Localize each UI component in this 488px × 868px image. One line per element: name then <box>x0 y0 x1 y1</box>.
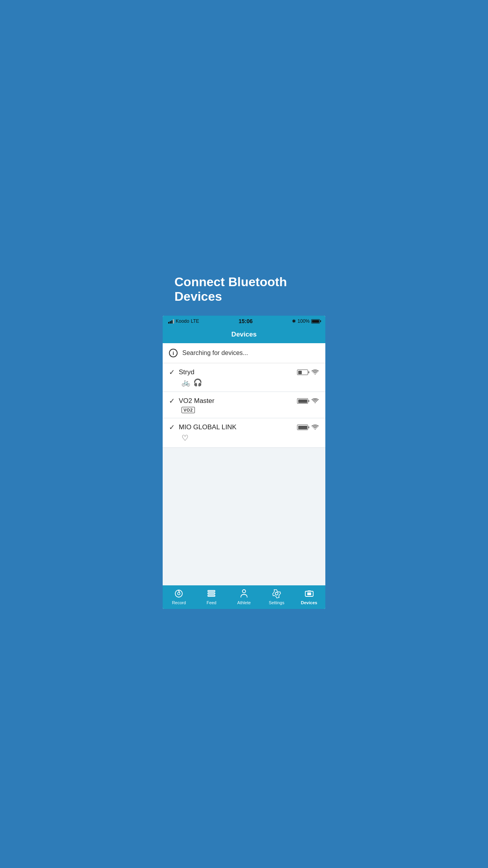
battery-percent: 100% <box>297 318 310 324</box>
tab-feed-label: Feed <box>207 600 216 605</box>
device-list: ✓ Stryd <box>163 363 325 448</box>
svg-point-7 <box>242 590 246 593</box>
device-left-mio: ✓ MIO GLOBAL LINK <box>169 423 237 432</box>
tab-bar: Record Feed Athlete <box>163 585 325 609</box>
svg-line-3 <box>179 591 180 592</box>
tab-record-label: Record <box>172 600 186 605</box>
status-right: ✱ 100% <box>292 318 320 324</box>
record-icon <box>174 588 184 599</box>
feed-icon <box>206 588 216 599</box>
heart-icon: ♡ <box>182 433 189 443</box>
svg-rect-11 <box>308 590 311 592</box>
search-status-text: Searching for devices... <box>182 349 248 357</box>
headphones-icon: 🎧 <box>193 378 202 387</box>
device-name-mio: MIO GLOBAL LINK <box>179 423 237 431</box>
search-status-row: i Searching for devices... <box>163 343 325 363</box>
bluetooth-icon: ✱ <box>292 318 296 324</box>
wifi-icon-vo2master <box>311 398 319 404</box>
content-area: i Searching for devices... ✓ Stryd <box>163 343 325 585</box>
tab-record[interactable]: Record <box>163 588 195 605</box>
device-item-mio[interactable]: ✓ MIO GLOBAL LINK <box>163 418 325 448</box>
carrier-label: Koodo <box>176 318 189 324</box>
device-left-stryd: ✓ Stryd <box>169 368 194 377</box>
tab-athlete-label: Athlete <box>237 600 251 605</box>
nav-header-title: Devices <box>231 331 257 338</box>
device-sub-icons-vo2master: VO2 <box>169 407 319 413</box>
nav-header: Devices <box>163 327 325 343</box>
battery-icon <box>311 319 320 324</box>
athlete-icon <box>239 588 249 599</box>
device-name-vo2master: VO2 Master <box>179 397 215 405</box>
tab-devices-label: Devices <box>301 600 317 605</box>
checkmark-stryd: ✓ <box>169 368 175 377</box>
wifi-icon-stryd <box>311 369 319 375</box>
info-icon: i <box>169 349 178 357</box>
checkmark-vo2master: ✓ <box>169 397 175 405</box>
status-bar: Koodo LTE 15:06 ✱ 100% <box>163 316 325 327</box>
tab-devices[interactable]: Devices <box>293 588 325 605</box>
outer-container: Connect Bluetooth Devices Koodo LTE 15:0… <box>163 259 325 609</box>
svg-rect-10 <box>307 592 311 595</box>
devices-icon <box>304 588 314 599</box>
device-right-stryd <box>297 369 319 375</box>
network-label: LTE <box>191 318 199 324</box>
phone-frame: Koodo LTE 15:06 ✱ 100% Devices i <box>163 316 325 609</box>
svg-point-2 <box>178 592 180 595</box>
tab-athlete[interactable]: Athlete <box>228 588 261 605</box>
bike-icon: 🚲 <box>182 378 190 387</box>
tab-feed[interactable]: Feed <box>195 588 228 605</box>
signal-bars-icon <box>168 319 174 324</box>
svg-rect-4 <box>208 590 215 592</box>
device-right-vo2master <box>297 398 319 404</box>
device-left-vo2master: ✓ VO2 Master <box>169 397 215 405</box>
device-right-mio <box>297 424 319 430</box>
device-sub-icons-mio: ♡ <box>169 433 319 443</box>
battery-mio <box>297 425 308 430</box>
page-title: Connect Bluetooth Devices <box>163 267 325 316</box>
tab-settings-label: Settings <box>269 600 284 605</box>
battery-vo2master <box>297 398 308 404</box>
svg-point-8 <box>275 592 278 595</box>
empty-space <box>163 448 325 585</box>
status-left: Koodo LTE <box>168 318 199 324</box>
svg-rect-6 <box>208 595 215 596</box>
battery-stryd <box>297 370 308 375</box>
device-name-stryd: Stryd <box>179 368 194 376</box>
device-item-stryd[interactable]: ✓ Stryd <box>163 363 325 392</box>
device-item-vo2master[interactable]: ✓ VO2 Master <box>163 392 325 418</box>
vo2-label: VO2 <box>182 407 195 413</box>
device-sub-icons-stryd: 🚲 🎧 <box>169 378 319 387</box>
svg-rect-5 <box>208 593 215 594</box>
settings-icon <box>272 588 282 599</box>
wifi-icon-mio <box>311 424 319 430</box>
time-display: 15:06 <box>238 318 253 324</box>
tab-settings[interactable]: Settings <box>260 588 293 605</box>
checkmark-mio: ✓ <box>169 423 175 432</box>
